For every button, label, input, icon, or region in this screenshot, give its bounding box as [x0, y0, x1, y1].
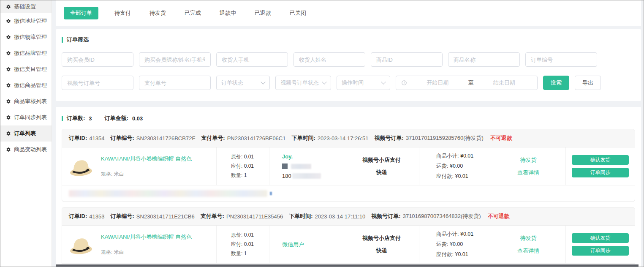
view-detail-link[interactable]: 查看详情: [517, 247, 539, 255]
chevron-down-icon: [381, 79, 386, 84]
order-list-panel: 订单数: 3 订单金额: 0.03 订单ID:41354 订单编号:SN2303…: [56, 107, 641, 267]
due-value: 0.01: [244, 241, 254, 247]
sidebar-item-wechat-category[interactable]: 微信类目管理: [0, 61, 52, 77]
sidebar-item-label: 订单同步列表: [14, 114, 47, 121]
tab-closed[interactable]: 已关闭: [287, 9, 309, 17]
member-id-input[interactable]: [62, 52, 133, 67]
address-row: [62, 185, 635, 202]
order-header: 订单ID:41354 订单编号:SN2303141726BCB72F 支付单号:…: [62, 129, 635, 147]
horizontal-scrollbar[interactable]: [56, 264, 639, 267]
sidebar-item-wechat-product[interactable]: 微信商品管理: [0, 77, 52, 93]
payable-value: ¥0.01: [455, 173, 468, 179]
export-button[interactable]: 导出: [575, 76, 601, 90]
product-image: [68, 233, 94, 256]
blurred-address: [69, 190, 267, 197]
delivery-method: 快递: [376, 247, 387, 254]
order-sync-button[interactable]: 订单同步: [572, 168, 629, 177]
gear-icon: [6, 51, 11, 56]
amounts-cell: 商品小计: ¥0.01 运费: ¥0.00 应付款: ¥0.01: [419, 147, 491, 185]
sidebar-item-wechat-brand[interactable]: 微信品牌管理: [0, 45, 52, 61]
pay-method: 视频号小店支付: [362, 156, 401, 164]
product-cell: KAWATANI/川谷小卷檐编织帽 自然色 规格: 米白: [62, 226, 217, 263]
sidebar-item-label: 商品变动列表: [14, 146, 47, 153]
sidebar-item-label: 微信商品管理: [14, 82, 47, 89]
sidebar-item-product-change-list[interactable]: 商品变动列表: [0, 142, 52, 158]
sidebar-item-label: 订单列表: [14, 130, 36, 137]
product-name-link[interactable]: KAWATANI/川谷小卷檐编织帽 自然色: [101, 233, 192, 241]
receiver-name-input[interactable]: [293, 52, 365, 67]
tab-pending-shipment[interactable]: 待发货: [147, 9, 168, 17]
pay-sn-input[interactable]: [139, 76, 211, 90]
order-status-select[interactable]: 订单状态: [216, 76, 270, 90]
blurred-avatar: [282, 163, 288, 169]
product-image: [68, 155, 94, 178]
tab-all-orders[interactable]: 全部订单: [64, 7, 98, 19]
due-value: 0.01: [244, 163, 254, 169]
payment-cell: 视频号小店支付 快递: [344, 226, 419, 263]
confirm-ship-button[interactable]: 确认发货: [572, 155, 629, 165]
status-cell: 待发货 查看详情: [491, 226, 566, 263]
price-cell: 原价: 0.01 应付: 0.01 数量: 1: [217, 147, 269, 185]
product-name-link[interactable]: KAWATANI/川谷小卷檐编织帽 自然色: [101, 155, 192, 163]
order-sn-input[interactable]: [525, 52, 597, 67]
no-refund-flag: 不可退款: [488, 213, 510, 220]
price-cell: 原价: 0.01 应付: 0.01 数量: 1: [217, 226, 269, 263]
customer-phone-prefix: 180: [282, 173, 291, 179]
sidebar-item-order-list[interactable]: 订单列表: [0, 125, 52, 142]
payable-value: ¥0.01: [455, 251, 468, 257]
tab-pending-payment[interactable]: 待支付: [112, 9, 133, 17]
order-id-value: 41353: [89, 213, 104, 220]
gear-icon: [6, 99, 11, 104]
start-date-field[interactable]: 开始日期: [410, 79, 466, 87]
subtotal-value: ¥0.01: [460, 231, 473, 237]
gear-icon: [6, 83, 11, 88]
order-status-tabs: 全部订单 待支付 待发货 已完成 退款中 已退款 已关闭: [56, 0, 641, 26]
blurred-name: [291, 164, 311, 169]
tab-refunding[interactable]: 退款中: [217, 9, 239, 17]
video-order-sn-input[interactable]: [62, 76, 133, 90]
section-accent-bar: [62, 116, 63, 121]
pay-sn-value: PN2303141711E35456: [226, 213, 283, 220]
customer-cell: 微信用户: [269, 226, 344, 263]
tab-refunded[interactable]: 已退款: [252, 9, 274, 17]
freight-value: ¥0.00: [450, 241, 463, 247]
sidebar-item-wechat-logistics[interactable]: 微信物流管理: [0, 29, 52, 45]
order-amount-value: 0.03: [132, 115, 143, 122]
date-range-picker[interactable]: 开始日期 至 结束日期: [396, 76, 538, 90]
sidebar-item-label: 微信物流管理: [14, 33, 47, 41]
amounts-cell: 商品小计: ¥0.01 运费: ¥0.00 应付款: ¥0.01: [419, 226, 491, 263]
sidebar-item-product-audit-list[interactable]: 商品审核列表: [0, 93, 52, 109]
actions-cell: 确认发货 订单同步: [566, 226, 635, 263]
product-spec: 规格: 米白: [101, 171, 192, 178]
member-info-input[interactable]: [139, 52, 211, 67]
receiver-phone-input[interactable]: [216, 52, 288, 67]
video-order-value: 3710170119159285760(待发货): [406, 134, 484, 142]
product-name-input[interactable]: [448, 52, 520, 67]
video-order-status-select[interactable]: 视频号订单状态: [275, 76, 331, 90]
sidebar-item-order-sync-list[interactable]: 订单同步列表: [0, 109, 52, 125]
filter-panel: 订单筛选 订单状态 视频号订单状态 操作时间: [56, 29, 641, 101]
order-sync-button[interactable]: 订单同步: [572, 246, 629, 256]
search-button[interactable]: 搜索: [543, 76, 569, 90]
gear-icon: [6, 35, 11, 40]
operate-time-select[interactable]: 操作时间: [337, 76, 390, 90]
confirm-ship-button[interactable]: 确认发货: [572, 233, 629, 243]
qty-value: 1: [244, 172, 247, 178]
sidebar-item-basic-settings[interactable]: 基础设置: [0, 0, 52, 13]
chevron-down-icon: [322, 79, 326, 84]
order-summary: 订单数: 3 订单金额: 0.03: [62, 114, 635, 122]
tab-completed[interactable]: 已完成: [182, 9, 204, 17]
payment-cell: 视频号小店支付 快递: [344, 147, 419, 185]
status-badge: 待发货: [520, 156, 537, 164]
view-detail-link[interactable]: 查看详情: [517, 169, 539, 177]
sidebar-item-label: 商品审核列表: [14, 98, 47, 105]
status-cell: 待发货 查看详情: [491, 147, 566, 185]
gear-icon: [6, 4, 11, 9]
status-badge: 待发货: [520, 234, 537, 242]
video-order-value: 3710169870073464832(待发货): [403, 213, 481, 220]
order-body: KAWATANI/川谷小卷檐编织帽 自然色 规格: 米白 原价: 0.01 应付…: [62, 147, 635, 185]
sidebar-item-wechat-address[interactable]: 微信地址管理: [0, 13, 52, 29]
no-refund-flag: 不可退款: [490, 134, 512, 142]
end-date-field[interactable]: 结束日期: [476, 79, 533, 87]
product-id-input[interactable]: [371, 52, 443, 67]
